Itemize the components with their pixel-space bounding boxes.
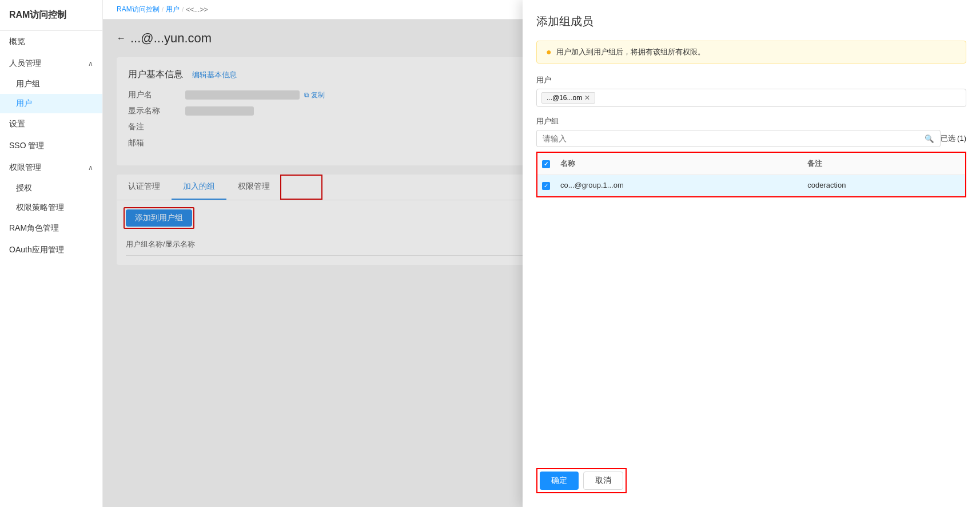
user-tag-text: ...@16...om: [547, 94, 582, 102]
sidebar-item-overview[interactable]: 概览: [0, 31, 102, 53]
row-checkbox[interactable]: ✓: [542, 182, 550, 190]
row-name-cell: co...@group.1...om: [556, 175, 803, 196]
group-table-highlight: ✓ 名称 备注 ✓ co...@group.1...om coderaction: [536, 152, 966, 197]
col-name-header: 用户组名称/显示名称: [126, 239, 541, 249]
collapse-icon2: ∧: [88, 164, 93, 172]
sidebar: RAM访问控制 概览 人员管理 ∧ 用户组 用户 设置 SSO 管理 权限管理 …: [0, 0, 103, 507]
displayname-value: [185, 106, 254, 116]
tab-joined-groups[interactable]: 加入的组: [172, 175, 226, 200]
dialog-title: 添加组成员: [536, 14, 966, 29]
breadcrumb-current: <<...>>: [186, 6, 208, 14]
add-button-wrapper: 添加到用户组: [126, 209, 192, 227]
collapse-icon: ∧: [88, 60, 93, 68]
displayname-masked: [185, 106, 254, 116]
tag-close-icon[interactable]: ✕: [584, 94, 590, 102]
user-tag: ...@16...om ✕: [541, 92, 595, 104]
user-tag-input[interactable]: ...@16...om ✕: [536, 89, 966, 107]
username-masked: [185, 90, 300, 100]
dialog-footer: 确定 取消: [536, 445, 966, 493]
email-label: 邮箱: [128, 138, 185, 148]
username-label: 用户名: [128, 90, 185, 100]
header-checkbox[interactable]: ✓: [542, 160, 550, 168]
footer-button-highlight: 确定 取消: [536, 468, 627, 493]
sidebar-item-authorize[interactable]: 授权: [0, 179, 102, 198]
th-name: 名称: [556, 153, 803, 175]
back-button[interactable]: ←: [117, 33, 126, 43]
th-note: 备注: [803, 153, 965, 175]
alert-text: 用户加入到用户组后，将拥有该组所有权限。: [556, 47, 705, 57]
add-to-group-button[interactable]: 添加到用户组: [126, 209, 192, 227]
breadcrumb-user[interactable]: 用户: [166, 5, 180, 14]
sidebar-item-usergroup[interactable]: 用户组: [0, 74, 102, 94]
sidebar-logo: RAM访问控制: [0, 0, 102, 31]
confirm-button[interactable]: 确定: [540, 472, 579, 490]
user-field-label: 用户: [536, 75, 966, 85]
row-note-cell: coderaction: [803, 175, 965, 196]
page-title: ...@...yun.com: [130, 31, 212, 46]
selected-count-badge: 已选 (1): [941, 133, 967, 144]
note-label: 备注: [128, 122, 185, 132]
alert-icon: ●: [546, 47, 552, 57]
sidebar-item-settings[interactable]: 设置: [0, 113, 102, 135]
sidebar-item-oauth[interactable]: OAuth应用管理: [0, 239, 102, 261]
cancel-button[interactable]: 取消: [583, 472, 623, 490]
sidebar-item-ram-role[interactable]: RAM角色管理: [0, 217, 102, 239]
copy-icon[interactable]: ⧉ 复制: [304, 90, 325, 100]
main-content: RAM访问控制 / 用户 / <<...>> ← ...@...yun.com …: [103, 0, 980, 507]
alert-banner: ● 用户加入到用户组后，将拥有该组所有权限。: [536, 41, 966, 64]
group-search-input[interactable]: [536, 130, 919, 147]
group-table: ✓ 名称 备注 ✓ co...@group.1...om coderaction: [537, 153, 965, 196]
group-search-row: 🔍 已选 (1): [536, 130, 966, 147]
sidebar-item-user[interactable]: 用户: [0, 94, 102, 113]
sidebar-item-policy[interactable]: 权限策略管理: [0, 198, 102, 217]
group-field-label: 用户组: [536, 116, 966, 126]
dialog-panel: 添加组成员 ● 用户加入到用户组后，将拥有该组所有权限。 用户 ...@16..…: [523, 0, 980, 507]
table-row[interactable]: ✓ co...@group.1...om coderaction: [537, 175, 965, 196]
sidebar-section-people[interactable]: 人员管理 ∧: [0, 53, 102, 74]
tab-permission[interactable]: 权限管理: [226, 175, 281, 200]
sidebar-section-permissions[interactable]: 权限管理 ∧: [0, 157, 102, 179]
group-search-button[interactable]: 🔍: [919, 130, 941, 147]
sidebar-item-sso[interactable]: SSO 管理: [0, 135, 102, 157]
breadcrumb-ram[interactable]: RAM访问控制: [117, 5, 160, 14]
tab-highlight-indicator: [280, 175, 322, 200]
edit-link[interactable]: 编辑基本信息: [192, 70, 237, 80]
tab-auth[interactable]: 认证管理: [117, 175, 172, 200]
displayname-label: 显示名称: [128, 106, 185, 116]
th-checkbox: ✓: [537, 153, 556, 175]
info-section-title: 用户基本信息: [128, 69, 183, 81]
username-value: ⧉ 复制: [185, 90, 325, 100]
row-checkbox-cell[interactable]: ✓: [537, 175, 556, 196]
